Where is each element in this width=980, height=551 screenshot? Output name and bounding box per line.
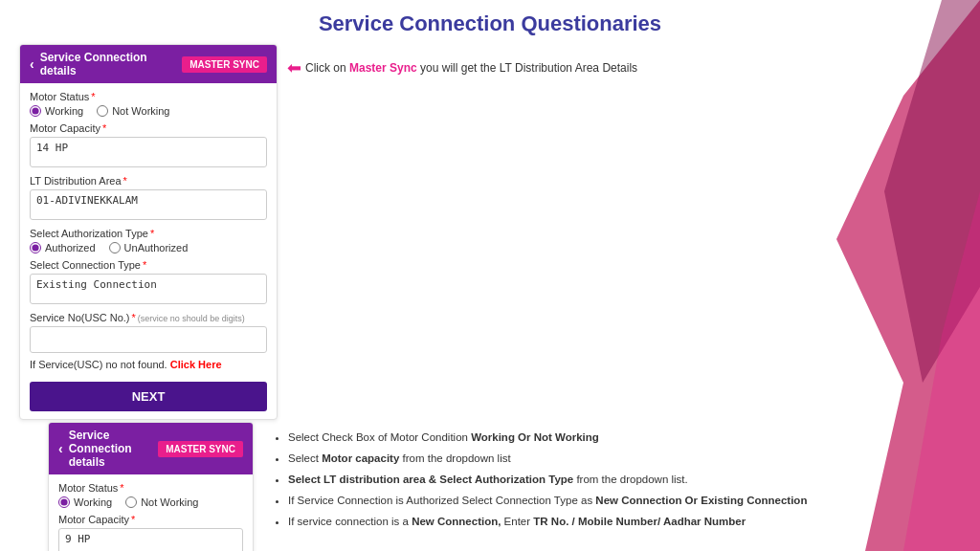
service-no-label-1: Service No(USC No.) * (service no should… [30,312,267,323]
bullets-list: Select Check Box of Motor Condition Work… [273,430,951,529]
arrow-annotation: ⬅ Click on Master Sync you will get the … [287,44,637,78]
connection-type-label-1: Select Connection Type* [30,259,267,271]
motor-capacity-group-1: Motor Capacity* 14 HP [30,122,267,169]
service-no-note-1: (service no should be digits) [138,314,245,323]
motor-capacity-group-2: Motor Capacity* 9 HP [58,514,243,551]
master-sync-btn-1[interactable]: MASTER SYNC [182,56,267,73]
bullet-5: If service connection is a New Connectio… [288,514,951,529]
back-arrow-1[interactable]: ‹ [30,56,34,72]
connection-type-input-1[interactable]: Existing Connection [30,274,267,304]
panel-header-2: ‹ Service Connection details MASTER SYNC [49,423,253,474]
service-no-input-1[interactable]: 6614301000002 [30,326,267,353]
master-sync-btn-2[interactable]: MASTER SYNC [158,441,243,457]
motor-capacity-input-2[interactable]: 9 HP [58,528,243,551]
pink-arrow-icon: ⬅ [287,57,301,78]
back-arrow-2[interactable]: ‹ [58,441,63,456]
working-radio-input-2[interactable] [58,496,70,508]
panel-title-1: Service Connection details [40,51,177,77]
unauthorized-radio-input-1[interactable] [109,242,121,253]
not-working-radio-1[interactable]: Not Working [97,105,169,117]
motor-status-radios-1: Working Not Working [30,105,267,117]
working-radio-2[interactable]: Working [58,496,112,508]
authorized-radio-1[interactable]: Authorized [30,242,96,253]
lt-distribution-input-1[interactable]: 01-ADIVINEKKALAM [30,189,267,220]
bullet-1: Select Check Box of Motor Condition Work… [288,430,951,445]
bullet-4: If Service Connection is Authorized Sele… [288,493,951,508]
not-working-radio-2[interactable]: Not Working [125,496,198,508]
click-here-group-1: If Service(USC) no not found. Click Here [30,359,267,370]
motor-status-group-1: Motor Status* Working Not Working [30,91,267,117]
bullet-3: Select LT distribution area & Select Aut… [288,472,951,487]
not-working-radio-input-1[interactable] [97,105,108,117]
motor-status-label-2: Motor Status * [58,482,243,494]
bullet-2: Select Motor capacity from the dropdown … [288,451,951,466]
panel-header-1: ‹ Service Connection details MASTER SYNC [20,45,277,83]
auth-type-radios-1: Authorized UnAuthorized [30,242,267,253]
form-body-1: Motor Status* Working Not Working [20,83,277,419]
motor-capacity-label-2: Motor Capacity* [58,514,243,525]
authorized-radio-input-1[interactable] [30,242,41,253]
motor-status-label-1: Motor Status* [30,91,267,102]
annotation-text: Click on Master Sync you will get the LT… [305,61,637,75]
annotation-rest: you will get the LT Distribution Area De… [420,61,637,75]
lt-distribution-label-1: LT Distribution Area * [30,175,267,187]
form-body-2: Motor Status * Working Not Working [49,474,253,551]
unauthorized-radio-1[interactable]: UnAuthorized [109,242,189,253]
connection-type-group-1: Select Connection Type* Existing Connect… [30,259,267,306]
form-panel-2: ‹ Service Connection details MASTER SYNC… [48,422,254,551]
page-title: Service Connection Questionaries [0,0,980,44]
service-no-group-1: Service No(USC No.) * (service no should… [30,312,267,353]
bullets-area: Select Check Box of Motor Condition Work… [263,422,961,542]
annotation-highlight: Master Sync [349,61,417,75]
panel-title-2: Service Connection details [69,429,153,469]
motor-status-group-2: Motor Status * Working Not Working [58,482,243,508]
motor-status-radios-2: Working Not Working [58,496,243,508]
auth-type-label-1: Select Authorization Type * [30,228,267,239]
working-radio-1[interactable]: Working [30,105,83,117]
not-working-radio-input-2[interactable] [125,496,137,508]
form-panel-1: ‹ Service Connection details MASTER SYNC… [19,44,278,420]
click-here-link-1[interactable]: Click Here [170,359,222,370]
auth-type-group-1: Select Authorization Type * Authorized U… [30,228,267,253]
next-btn-1[interactable]: NEXT [30,382,267,411]
click-here-prefix-1: If Service(USC) no not found. [30,359,167,370]
working-radio-input-1[interactable] [30,105,41,117]
lt-distribution-group-1: LT Distribution Area * 01-ADIVINEKKALAM [30,175,267,222]
motor-capacity-input-1[interactable]: 14 HP [30,137,267,167]
motor-capacity-label-1: Motor Capacity* [30,122,267,134]
